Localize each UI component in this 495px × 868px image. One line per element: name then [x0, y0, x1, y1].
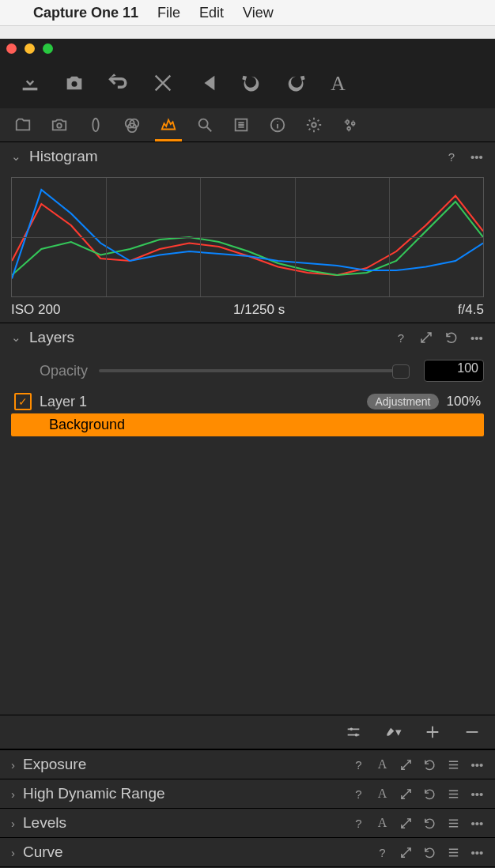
panel-histogram-header[interactable]: ⌄ Histogram ? •••: [0, 142, 495, 171]
panel-histogram: ⌄ Histogram ? ••• ISO 200 1/1250 s f/4.5: [0, 142, 495, 323]
help-icon[interactable]: ?: [444, 149, 459, 164]
opacity-value[interactable]: 100: [424, 360, 484, 382]
tab-metadata[interactable]: [232, 116, 250, 134]
import-icon[interactable]: [19, 72, 41, 94]
remove-layer-icon[interactable]: [463, 723, 481, 741]
expand-icon[interactable]: [399, 787, 413, 801]
more-icon[interactable]: •••: [470, 817, 484, 830]
tool-tabs: [0, 108, 495, 142]
add-layer-icon[interactable]: [424, 723, 441, 741]
panel-high-dynamic-range[interactable]: ›High Dynamic Range?A•••: [0, 779, 495, 808]
chevron-right-icon: ›: [11, 787, 15, 801]
help-icon[interactable]: ?: [376, 846, 389, 859]
auto-icon[interactable]: A: [376, 787, 389, 801]
menu-app[interactable]: Capture One 11: [33, 5, 138, 21]
reset-icon[interactable]: [423, 787, 436, 801]
expand-icon[interactable]: [399, 758, 413, 772]
svg-point-14: [350, 728, 353, 731]
svg-point-3: [93, 119, 98, 132]
menu-file[interactable]: File: [157, 5, 180, 21]
layers-toolbar: ▾: [0, 715, 495, 749]
menu-view[interactable]: View: [243, 5, 274, 21]
layer-row[interactable]: Background: [11, 413, 484, 436]
close-icon[interactable]: [6, 43, 17, 54]
undo-arrow-icon[interactable]: [108, 72, 130, 94]
minimize-icon[interactable]: [25, 43, 35, 54]
help-icon[interactable]: ?: [394, 330, 408, 345]
more-icon[interactable]: •••: [470, 758, 484, 772]
layer-opacity: 100%: [447, 394, 481, 409]
tab-batch[interactable]: [342, 116, 359, 134]
more-icon[interactable]: •••: [470, 787, 484, 801]
layer-visible-checkbox[interactable]: ✓: [14, 393, 32, 410]
panel-layers-header[interactable]: ⌄ Layers ? •••: [0, 323, 495, 352]
tab-lens[interactable]: [87, 116, 104, 134]
expand-icon[interactable]: [399, 846, 413, 859]
help-icon[interactable]: ?: [352, 817, 365, 830]
tab-info[interactable]: [269, 116, 286, 134]
preset-icon[interactable]: [447, 787, 460, 801]
brush-icon[interactable]: ▾: [384, 723, 402, 741]
panel-title: Levels: [23, 814, 66, 832]
tab-exposure[interactable]: [160, 116, 177, 134]
more-icon[interactable]: •••: [470, 846, 484, 859]
panel-curve[interactable]: ›Curve?•••: [0, 837, 495, 866]
preset-icon[interactable]: [447, 758, 460, 772]
more-icon[interactable]: •••: [470, 149, 484, 164]
svg-point-10: [312, 123, 316, 127]
chevron-right-icon: ›: [11, 758, 15, 772]
tab-settings[interactable]: [305, 116, 323, 134]
adjustments-icon[interactable]: [345, 723, 362, 741]
more-icon[interactable]: •••: [470, 330, 484, 345]
close-x-icon[interactable]: [152, 72, 174, 94]
help-icon[interactable]: ?: [352, 758, 365, 772]
svg-text:A: A: [331, 72, 346, 94]
camera-icon[interactable]: [63, 72, 85, 94]
svg-point-15: [355, 734, 358, 737]
preset-icon[interactable]: [447, 846, 460, 859]
tab-capture[interactable]: [51, 116, 68, 134]
reset-icon[interactable]: [444, 330, 459, 345]
auto-adjust-icon[interactable]: A: [329, 72, 351, 94]
auto-icon[interactable]: A: [376, 817, 389, 830]
histogram-chart: [11, 177, 484, 297]
layer-row[interactable]: ✓Layer 1Adjustment100%: [11, 390, 484, 413]
panel-title: High Dynamic Range: [23, 785, 165, 802]
tab-details[interactable]: [196, 116, 213, 134]
panel-exposure[interactable]: ›Exposure?A•••: [0, 749, 495, 779]
opacity-slider[interactable]: [99, 369, 410, 372]
layer-name: Layer 1: [40, 394, 359, 410]
chevron-down-icon: ⌄: [11, 330, 21, 345]
svg-point-2: [57, 123, 62, 128]
layer-badge: Adjustment: [367, 394, 438, 409]
auto-icon[interactable]: A: [376, 758, 389, 772]
window-titlebar: [0, 39, 495, 58]
undo-icon[interactable]: [240, 72, 263, 94]
chevron-down-icon: ⌄: [11, 149, 21, 164]
window-gap: [0, 26, 495, 39]
histogram-shutter: 1/1250 s: [233, 302, 285, 318]
expand-icon[interactable]: [399, 817, 413, 830]
preset-icon[interactable]: [447, 817, 460, 830]
svg-point-0: [72, 81, 77, 87]
chevron-right-icon: ›: [11, 846, 15, 859]
reset-icon[interactable]: [423, 817, 436, 830]
menu-edit[interactable]: Edit: [199, 5, 224, 21]
help-icon[interactable]: ?: [352, 787, 365, 801]
redo-icon[interactable]: [285, 72, 307, 94]
layer-opacity-row: Opacity 100: [11, 355, 484, 390]
main-toolbar: A: [0, 58, 495, 108]
step-back-icon[interactable]: [196, 72, 218, 94]
histogram-iso: ISO 200: [11, 302, 60, 318]
panel-title: Layers: [29, 329, 74, 346]
reset-icon[interactable]: [423, 846, 436, 859]
tab-library[interactable]: [14, 116, 32, 134]
panel-levels[interactable]: ›Levels?A•••: [0, 808, 495, 837]
maximize-icon[interactable]: [43, 43, 53, 54]
panel-title: Curve: [23, 843, 63, 861]
tab-color[interactable]: [123, 116, 141, 134]
chevron-right-icon: ›: [11, 817, 15, 830]
reset-icon[interactable]: [423, 758, 436, 772]
expand-icon[interactable]: [419, 330, 433, 345]
svg-point-11: [346, 121, 350, 124]
